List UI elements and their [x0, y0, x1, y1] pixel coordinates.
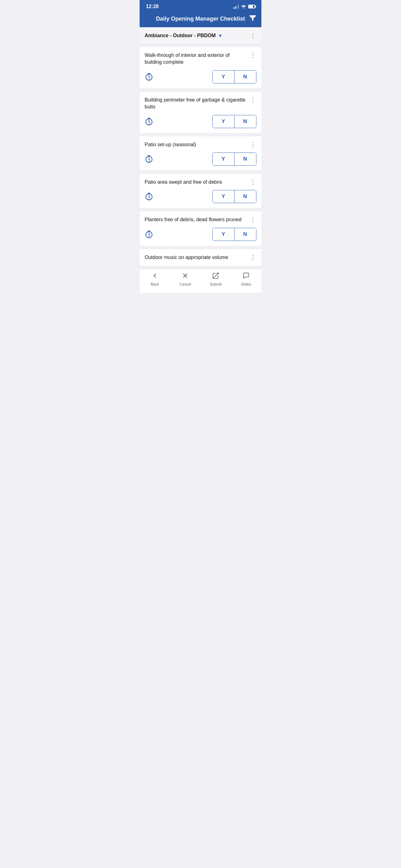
item-1-yn-buttons: Y N	[212, 70, 257, 84]
item-2-yn-buttons: Y N	[212, 115, 257, 128]
item-2-title: Building perimeter free of garbage & cig…	[144, 97, 250, 111]
item-3-n-button[interactable]: N	[235, 153, 256, 165]
section-header: Ambiance - Outdoor - PBDOM ▼ ⋮	[140, 27, 261, 44]
item-2-menu-icon[interactable]: ⋮	[250, 97, 257, 103]
submit-nav-item[interactable]: Submit	[205, 272, 227, 286]
time: 12:28	[146, 4, 159, 9]
item-4-n-button[interactable]: N	[235, 190, 256, 203]
item-2-y-button[interactable]: Y	[213, 115, 234, 128]
battery-icon	[248, 5, 255, 8]
cancel-icon	[182, 272, 189, 281]
signal-icon	[233, 4, 239, 9]
section-menu-icon[interactable]: ⋮	[250, 32, 257, 39]
item-4-menu-icon[interactable]: ⋮	[250, 179, 257, 185]
cancel-label: Cancel	[179, 282, 191, 286]
item-5-yn-buttons: Y N	[212, 228, 257, 241]
status-bar: 12:28	[140, 0, 261, 12]
svg-point-2	[149, 79, 149, 80]
item-5-menu-icon[interactable]: ⋮	[250, 216, 257, 222]
checklist-item-2: Building perimeter free of garbage & cig…	[140, 91, 261, 133]
svg-point-8	[149, 199, 149, 200]
notes-nav-item[interactable]: Notes	[235, 272, 257, 286]
item-6-menu-icon[interactable]: ⋮	[250, 254, 257, 260]
app-header: Daily Opening Manager Checklist	[140, 12, 261, 27]
item-4-y-button[interactable]: Y	[213, 190, 234, 203]
svg-point-6	[149, 161, 149, 162]
checklist-item-6: Outdoor music on appropriate volume ⋮	[140, 249, 261, 266]
submit-label: Submit	[210, 282, 222, 286]
checklist-content: Walk-through of interior and exterior of…	[140, 44, 261, 269]
status-icons	[233, 4, 255, 9]
item-1-n-button[interactable]: N	[235, 71, 256, 83]
item-5-y-button[interactable]: Y	[213, 228, 234, 241]
item-1-timer-icon	[144, 72, 153, 81]
item-1-title: Walk-through of interior and exterior of…	[144, 52, 250, 66]
item-2-n-button[interactable]: N	[235, 115, 256, 128]
checklist-item-3: Patio set-up (seasonal) ⋮ Y N	[140, 136, 261, 171]
notes-icon	[243, 272, 249, 281]
item-5-timer-icon	[144, 230, 153, 239]
item-1-y-button[interactable]: Y	[213, 71, 234, 83]
back-label: Back	[151, 282, 159, 286]
item-5-n-button[interactable]: N	[235, 228, 256, 241]
svg-point-4	[149, 123, 149, 124]
item-2-timer-icon	[144, 117, 153, 126]
checklist-item-5: Planters free of debris, dead flowers pr…	[140, 211, 261, 246]
item-3-title: Patio set-up (seasonal)	[144, 141, 250, 148]
chevron-down-icon: ▼	[218, 33, 223, 38]
item-3-menu-icon[interactable]: ⋮	[250, 141, 257, 148]
section-dropdown[interactable]: Ambiance - Outdoor - PBDOM ▼	[144, 33, 222, 38]
notes-label: Notes	[241, 282, 251, 286]
wifi-icon	[241, 4, 246, 9]
item-3-y-button[interactable]: Y	[213, 153, 234, 165]
item-4-timer-icon	[144, 192, 153, 201]
item-4-title: Patio area swept and free of debris	[144, 179, 250, 186]
item-3-yn-buttons: Y N	[212, 153, 257, 165]
item-5-title: Planters free of debris, dead flowers pr…	[144, 216, 250, 223]
bottom-nav: Back Cancel Submit Notes	[140, 269, 261, 293]
filter-icon[interactable]	[249, 15, 256, 23]
back-icon	[152, 272, 158, 281]
svg-point-10	[149, 236, 149, 237]
svg-point-0	[243, 7, 244, 8]
submit-icon	[212, 272, 219, 281]
checklist-item-1: Walk-through of interior and exterior of…	[140, 46, 261, 89]
back-nav-item[interactable]: Back	[144, 272, 166, 286]
app-title: Daily Opening Manager Checklist	[156, 16, 245, 22]
item-1-menu-icon[interactable]: ⋮	[250, 52, 257, 58]
section-title: Ambiance - Outdoor - PBDOM	[144, 33, 216, 38]
item-6-title: Outdoor music on appropriate volume	[144, 254, 250, 261]
item-3-timer-icon	[144, 155, 153, 163]
item-4-yn-buttons: Y N	[212, 190, 257, 203]
cancel-nav-item[interactable]: Cancel	[174, 272, 196, 286]
checklist-item-4: Patio area swept and free of debris ⋮ Y …	[140, 174, 261, 208]
